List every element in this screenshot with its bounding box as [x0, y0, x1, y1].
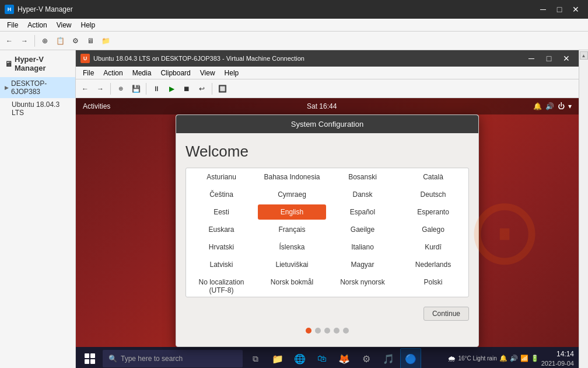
dialog-welcome-text: Welcome: [186, 143, 469, 161]
vm-maximize-button[interactable]: □: [541, 51, 556, 66]
taskbar-edge[interactable]: 🌐: [289, 348, 310, 368]
lang-item-asturianu[interactable]: Asturianu: [187, 169, 256, 185]
lang-item-norsk-nynorsk[interactable]: Norsk nynorsk: [328, 275, 397, 297]
power-icon: ⏻: [558, 102, 565, 110]
toolbar-btn5[interactable]: 📁: [99, 34, 113, 48]
lang-item-esperanto[interactable]: Esperanto: [399, 204, 467, 220]
menu-view[interactable]: View: [52, 20, 76, 30]
lang-item-hrvatski[interactable]: Hrvatski: [187, 239, 256, 255]
vm-toolbar-fullscreen[interactable]: 🔲: [215, 82, 229, 96]
taskbar-right-area: 🌧 16°C Light rain 🔔 🔊 📶 🔋 14:14 2021-09-…: [447, 350, 576, 367]
taskbar-volume-icon[interactable]: 🔊: [510, 355, 518, 362]
sidebar-item-desktop[interactable]: ▶ DESKTOP-6JOP383: [0, 77, 75, 98]
vm-menu-action[interactable]: Action: [99, 68, 127, 78]
lang-item-deutsch[interactable]: Deutsch: [399, 187, 467, 202]
lang-item-italiano[interactable]: Italiano: [328, 239, 397, 255]
vm-toolbar-reset[interactable]: ↩: [195, 82, 209, 96]
toolbar-btn1[interactable]: ⊕: [38, 34, 52, 48]
taskbar-store[interactable]: 🛍: [312, 348, 332, 368]
dialog-body: Welcome AsturianuBahasa IndonesiaBosansk…: [176, 133, 478, 346]
lang-item-cestina[interactable]: Čeština: [187, 187, 256, 202]
taskbar-hyperv[interactable]: 🔵: [400, 348, 421, 368]
lang-item-kurdi[interactable]: Kurdî: [399, 239, 467, 255]
lang-item-euskara[interactable]: Euskara: [187, 222, 256, 237]
taskbar-settings[interactable]: ⚙: [356, 348, 377, 368]
toolbar-btn2[interactable]: 📋: [53, 34, 67, 48]
vm-menu-help[interactable]: Help: [220, 68, 244, 78]
lang-item-espanol[interactable]: Español: [328, 204, 397, 220]
menu-file[interactable]: File: [2, 20, 23, 30]
progress-dot-0: [306, 328, 312, 334]
outer-title-bar: H Hyper-V Manager ─ □ ✕: [0, 0, 588, 19]
taskbar-task-view[interactable]: ⧉: [245, 348, 266, 368]
vm-toolbar-stop[interactable]: ⏹: [180, 82, 194, 96]
taskbar-search-bar[interactable]: 🔍 Type here to search: [103, 350, 243, 367]
lang-item-catala[interactable]: Català: [399, 169, 467, 185]
lang-item-bosanski[interactable]: Bosanski: [328, 169, 397, 185]
lang-item-latviski[interactable]: Latviski: [187, 257, 256, 272]
lang-item-nederlands[interactable]: Nederlands: [399, 257, 467, 272]
lang-item-lietuviskai[interactable]: Lietuviškai: [258, 257, 326, 272]
taskbar-app1[interactable]: 🎵: [378, 348, 399, 368]
close-button[interactable]: ✕: [568, 2, 583, 17]
lang-item-bahasa-indonesia[interactable]: Bahasa Indonesia: [258, 169, 326, 185]
vm-toolbar-forward[interactable]: →: [93, 82, 107, 96]
scroll-up-btn[interactable]: ▲: [580, 51, 588, 60]
vm-close-button[interactable]: ✕: [559, 51, 574, 66]
lang-item-dansk[interactable]: Dansk: [328, 187, 397, 202]
continue-button[interactable]: Continue: [424, 307, 469, 321]
lang-item-polski[interactable]: Polski: [399, 275, 467, 297]
lang-item-galego[interactable]: Galego: [399, 222, 467, 237]
lang-item-cymraeg[interactable]: Cymraeg: [258, 187, 326, 202]
vm-menu-media[interactable]: Media: [128, 68, 156, 78]
activities-label[interactable]: Activities: [83, 102, 110, 110]
vm-toolbar-pause[interactable]: ⏸: [149, 82, 163, 96]
taskbar-battery-icon[interactable]: 🔋: [531, 355, 539, 362]
taskbar-weather-text: 16°C Light rain: [458, 355, 496, 362]
toolbar-btn3[interactable]: ⚙: [68, 34, 82, 48]
outer-menu-bar: File Action View Help: [0, 19, 588, 32]
toolbar-forward[interactable]: →: [18, 34, 32, 48]
taskbar-date: 2021-09-04: [541, 359, 574, 367]
taskbar-firefox[interactable]: 🦊: [334, 348, 355, 368]
vm-toolbar-play[interactable]: ▶: [164, 82, 178, 96]
taskbar-file-explorer[interactable]: 📁: [267, 348, 288, 368]
progress-dot-4: [343, 328, 349, 334]
vm-menu-clipboard[interactable]: Clipboard: [156, 68, 195, 78]
lang-item-magyar[interactable]: Magyar: [328, 257, 397, 272]
vm-toolbar: ← → ⊕ 💾 ⏸ ▶ ⏹ ↩ 🔲: [76, 79, 579, 98]
system-config-dialog: System Configuration Welcome AsturianuBa…: [176, 114, 479, 347]
lang-item-eesti[interactable]: Eesti: [187, 204, 256, 220]
lang-item-english[interactable]: English: [258, 204, 326, 220]
vm-menu-view[interactable]: View: [195, 68, 220, 78]
sidebar-item-vm[interactable]: Ubuntu 18.04.3 LTS: [0, 98, 75, 119]
toolbar-back[interactable]: ←: [2, 34, 16, 48]
outer-title-text: Hyper-V Manager: [18, 5, 73, 13]
taskbar-notify-icon[interactable]: 🔔: [499, 355, 508, 362]
menu-help[interactable]: Help: [76, 20, 100, 30]
minimize-button[interactable]: ─: [536, 2, 551, 17]
hyperv-icon: H: [5, 5, 14, 14]
lang-item-no-localization[interactable]: No localization (UTF-8): [187, 275, 256, 297]
ubuntu-bg-logo: ⊙: [466, 176, 544, 286]
lang-item-norsk-bokmal[interactable]: Norsk bokmål: [258, 275, 326, 297]
vm-toolbar-sep2: [146, 83, 146, 95]
vm-toolbar-ctrl-alt-del[interactable]: ⊕: [114, 82, 128, 96]
vm-toolbar-back[interactable]: ←: [78, 82, 92, 96]
lang-item-islenska[interactable]: Íslenska: [258, 239, 326, 255]
vm-minimize-button[interactable]: ─: [524, 51, 539, 66]
start-button[interactable]: [78, 348, 102, 368]
windows-logo: [85, 353, 95, 364]
maximize-button[interactable]: □: [552, 2, 567, 17]
taskbar-network-icon[interactable]: 📶: [520, 355, 528, 362]
vm-menu-file[interactable]: File: [78, 68, 99, 78]
taskbar-clock: 14:14 2021-09-04: [541, 350, 574, 367]
dialog-title-text: System Configuration: [291, 120, 363, 129]
menu-action[interactable]: Action: [23, 20, 51, 30]
vm-area: U Ubuntu 18.04.3 LTS on DESKTOP-6JOP383 …: [76, 50, 579, 368]
vm-toolbar-save[interactable]: 💾: [129, 82, 143, 96]
toolbar-btn4[interactable]: 🖥: [83, 34, 97, 48]
main-area: 🖥 Hyper-V Manager ▶ DESKTOP-6JOP383 Ubun…: [0, 50, 588, 368]
lang-item-francais[interactable]: Français: [258, 222, 326, 237]
lang-item-gaeilge[interactable]: Gaeilge: [328, 222, 397, 237]
